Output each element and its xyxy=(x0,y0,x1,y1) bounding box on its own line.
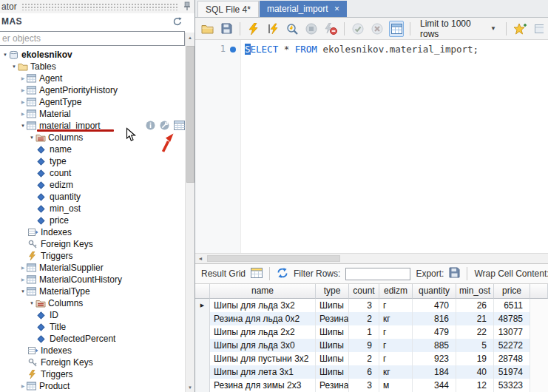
sql-code-line[interactable]: SELECT * FROM ekolesnikov.material_impor… xyxy=(241,40,478,55)
grid-cell[interactable]: 52272 xyxy=(494,339,530,352)
row-selector[interactable] xyxy=(195,365,210,379)
toolbar-overflow-icon[interactable] xyxy=(532,21,547,37)
rollback-icon[interactable] xyxy=(370,21,385,37)
column-header-name[interactable]: name xyxy=(210,284,316,299)
table-row[interactable]: Шипы для льда 2x2Шипы1г4792213077 xyxy=(195,325,548,339)
tree-item-columns[interactable]: ▼Columns xyxy=(0,132,185,143)
grid-cell[interactable]: 885 xyxy=(413,339,456,352)
tree-item-indexes[interactable]: Indexes xyxy=(0,226,185,238)
scrollbar-thumb[interactable] xyxy=(186,46,194,183)
grid-cell[interactable]: Резина xyxy=(316,312,349,325)
tree-item-min-ost[interactable]: min_ost xyxy=(0,203,185,214)
grid-cell[interactable]: 2 xyxy=(349,312,379,325)
grid-cell[interactable]: 22 xyxy=(456,325,494,339)
autocommit-toggle-icon[interactable] xyxy=(389,21,404,37)
scroll-left-icon[interactable]: ◄ xyxy=(195,256,206,261)
tree-item-triggers[interactable]: Triggers xyxy=(0,250,185,262)
tree-item-columns[interactable]: ▼Columns xyxy=(0,297,185,309)
collapse-arrow-icon[interactable]: ▼ xyxy=(19,285,27,297)
navigator-scrollbar[interactable]: ▲ ▼ xyxy=(185,33,194,392)
grid-cell[interactable]: Резина для зимы 2x3 xyxy=(210,379,316,392)
scrollbar-thumb[interactable] xyxy=(207,255,340,262)
table-row[interactable]: Шипы для лета 3x1Шипы6кг1844051974 xyxy=(195,365,548,379)
expand-arrow-icon[interactable]: ▶ xyxy=(19,96,27,108)
grid-cell[interactable]: 9 xyxy=(349,339,379,352)
refresh-schemas-icon[interactable] xyxy=(173,17,182,26)
grid-cell[interactable]: 6 xyxy=(349,365,379,379)
filter-rows-input[interactable] xyxy=(345,268,410,280)
table-row[interactable]: Резина для зимы 2x3Резина3м3441253323 xyxy=(195,379,548,392)
info-icon[interactable] xyxy=(146,121,155,132)
tree-item-foreign-keys[interactable]: Foreign Keys xyxy=(0,238,185,250)
grid-cell[interactable]: 6511 xyxy=(494,299,530,312)
pin-icon[interactable] xyxy=(183,1,191,13)
expand-arrow-icon[interactable]: ▶ xyxy=(19,262,27,274)
close-tab-icon[interactable]: ✕ xyxy=(334,5,340,13)
column-header-min-ost[interactable]: min_ost xyxy=(456,284,494,299)
tree-item-foreign-keys[interactable]: Foreign Keys xyxy=(0,356,185,368)
tree-item-defectedpercent[interactable]: DefectedPercent xyxy=(0,333,185,345)
tree-item-ekolesnikov[interactable]: ▼ekolesnikov xyxy=(0,49,185,61)
grid-cell[interactable]: 470 xyxy=(413,299,456,312)
execute-current-statement-icon[interactable] xyxy=(265,21,280,37)
collapse-arrow-icon[interactable]: ▼ xyxy=(28,132,35,143)
grid-cell[interactable]: 3 xyxy=(349,299,379,312)
tree-item-agentpriorityhistory[interactable]: ▶AgentPriorityHistory xyxy=(0,84,185,96)
grid-cell[interactable]: 923 xyxy=(413,352,456,365)
row-selector[interactable]: ▶ xyxy=(195,299,210,312)
tree-item-triggers[interactable]: Triggers xyxy=(0,368,185,380)
grid-cell[interactable]: Резина для льда 0x2 xyxy=(210,312,316,325)
tab-material-import[interactable]: material_import ✕ xyxy=(260,1,347,17)
table-row[interactable]: ▶Шипы для льда 3x2Шипы3г470266511 xyxy=(195,299,548,312)
tree-item-tables[interactable]: ▼Tables xyxy=(0,61,185,72)
grid-cell[interactable]: 51974 xyxy=(494,365,530,379)
table-row[interactable]: Шипы для пустыни 3x2Шипы2г9231928748 xyxy=(195,352,548,365)
grid-cell[interactable]: кг xyxy=(379,312,413,325)
filter-objects-input[interactable] xyxy=(0,31,185,46)
tree-item-agent[interactable]: ▶Agent xyxy=(0,72,185,84)
row-selector[interactable] xyxy=(195,379,210,392)
grid-cell[interactable]: 19 xyxy=(456,352,494,365)
refresh-results-icon[interactable] xyxy=(277,268,288,280)
grid-cell[interactable]: 1 xyxy=(349,325,379,339)
grid-cell[interactable]: г xyxy=(379,352,413,365)
tree-item-id[interactable]: ID xyxy=(0,309,185,321)
column-header-count[interactable]: count xyxy=(349,284,379,299)
row-selector[interactable] xyxy=(195,352,210,365)
tree-item-edizm[interactable]: edizm xyxy=(0,179,185,191)
grid-cell[interactable]: Шипы для пустыни 3x2 xyxy=(210,352,316,365)
scroll-up-icon[interactable]: ▲ xyxy=(186,33,194,42)
row-selector[interactable] xyxy=(195,339,210,352)
expand-arrow-icon[interactable]: ▶ xyxy=(19,380,27,392)
tree-item-material-import[interactable]: ▼material_import xyxy=(0,120,185,132)
grid-cell[interactable]: 48785 xyxy=(494,312,530,325)
editor-horizontal-scrollbar[interactable]: ◄ xyxy=(195,253,548,264)
explain-query-icon[interactable] xyxy=(285,21,300,37)
grid-cell[interactable]: г xyxy=(379,299,413,312)
grid-cell[interactable]: Шипы для льда 3x0 xyxy=(210,339,316,352)
grid-cell[interactable]: 26 xyxy=(456,299,494,312)
tree-item-price[interactable]: price xyxy=(0,214,185,226)
grid-cell[interactable]: Шипы для льда 3x2 xyxy=(210,299,316,312)
tree-item-name[interactable]: name xyxy=(0,143,185,155)
column-header-edizm[interactable]: edizm xyxy=(379,284,413,299)
column-header-price[interactable]: price xyxy=(494,284,530,299)
grid-cell[interactable]: г xyxy=(379,325,413,339)
collapse-arrow-icon[interactable]: ▼ xyxy=(10,61,18,72)
grid-cell[interactable]: 3 xyxy=(349,379,379,392)
column-header-quantity[interactable]: quantity xyxy=(413,284,456,299)
grid-cell[interactable]: 5 xyxy=(456,339,494,352)
grid-cell[interactable]: Шипы xyxy=(316,299,349,312)
grid-cell[interactable]: 184 xyxy=(413,365,456,379)
scroll-down-icon[interactable]: ▼ xyxy=(186,382,194,392)
table-row[interactable]: Шипы для льда 3x0Шипы9г885552272 xyxy=(195,339,548,352)
grid-cell[interactable]: Шипы для льда 2x2 xyxy=(210,325,316,339)
collapse-arrow-icon[interactable]: ▼ xyxy=(1,49,9,61)
tree-item-materialcounthistory[interactable]: ▶MaterialCountHistory xyxy=(0,274,185,285)
tree-item-count[interactable]: count xyxy=(0,167,185,179)
expand-arrow-icon[interactable]: ▶ xyxy=(19,72,27,84)
grid-cell[interactable]: Шипы xyxy=(316,365,349,379)
grid-cell[interactable]: 344 xyxy=(413,379,456,392)
tree-item-product[interactable]: ▶Product xyxy=(0,380,185,392)
grid-cell[interactable]: Шипы xyxy=(316,339,349,352)
